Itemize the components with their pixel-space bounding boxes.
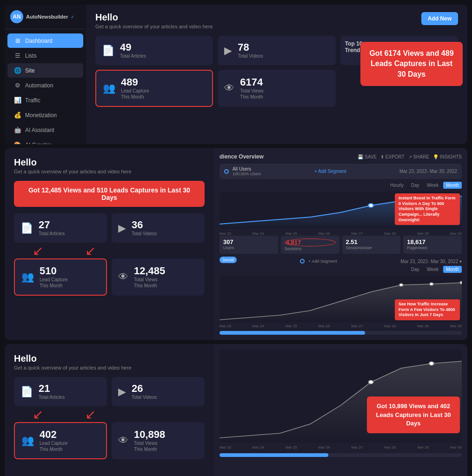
lead-capture-label: Lead Capture: [121, 88, 149, 93]
time-tabs: Hourly Day Week Month: [219, 182, 462, 189]
mini-stat-pv-label: Pageviews: [407, 245, 458, 250]
panel1-stats-grid: 📄 49 Total Articles ▶ 78 Total Videos: [95, 36, 458, 107]
panel3-progress: [219, 453, 462, 457]
add-new-button[interactable]: Add New: [421, 12, 458, 25]
panel2-lead-icon: 👥: [21, 271, 34, 283]
monetization-icon: 💰: [14, 112, 21, 119]
panel2-views-icon: 👁: [118, 271, 128, 283]
traffic-icon: 📊: [14, 97, 21, 104]
x-label-7: Mar 29: [417, 231, 429, 236]
tab-day[interactable]: Day: [408, 182, 422, 189]
share-btn[interactable]: ↗ SHARE: [408, 154, 429, 159]
segment-bar: All Users 100.00% Users + Add Segment Ma…: [219, 164, 462, 179]
mini-stat-su-value: 2.51: [346, 238, 397, 245]
segment-label: All Users: [233, 166, 261, 172]
p3x-2: Mar 24: [253, 445, 264, 450]
panel2-callout: Got 12,485 Views and 510 Leads Captures …: [14, 181, 205, 207]
mini-stat-users-label: Users: [223, 245, 274, 250]
tab-hourly[interactable]: Hourly: [387, 182, 406, 189]
arrow-left: ↙: [33, 245, 43, 258]
x2-5: Mar 27: [351, 324, 363, 328]
panel3-x-labels: Mar 23 Mar 24 Mar 25 Mar 26 Mar 27 Mar 2…: [219, 445, 462, 450]
panel1-subtitle: Get a quick overview of your articles an…: [95, 24, 213, 29]
chart-x-labels: Mar 23 Mar 24 Mar 25 Mar 26 Mar 27 Mar 2…: [219, 231, 462, 236]
lead-capture-icon: 👥: [103, 82, 115, 94]
panel1-title: Hello: [95, 12, 213, 23]
sidebar-item-traffic[interactable]: 📊 Traffic: [7, 93, 83, 107]
export-btn[interactable]: ⬆ EXPORT: [380, 154, 405, 159]
panel3-progress-fill: [219, 453, 328, 457]
p3x-7: Mar 29: [417, 445, 429, 450]
panel2-articles-value: 27: [39, 220, 65, 230]
lead-capture-value: 489: [121, 77, 149, 87]
sidebar-item-ai-graphic[interactable]: 🎨 AI Graphic: [7, 138, 83, 144]
panel1-header: Hello Get a quick overview of your artic…: [95, 12, 458, 29]
lead-capture-sublabel: This Month: [121, 94, 149, 99]
mini-stat-users-value: 307: [223, 238, 274, 245]
panel3-articles-label: Total Articles: [39, 395, 65, 400]
panel3-articles-icon: 📄: [20, 386, 33, 398]
panel3-right: Got 10,898 Views and 402 Leads Captures …: [214, 344, 467, 476]
add-segment-btn[interactable]: + Add Segment: [314, 169, 346, 174]
p3x-1: Mar 23: [219, 445, 231, 450]
panel3-left: Hello Get a quick overview of your artic…: [5, 344, 214, 476]
x-label-1: Mar 23: [219, 231, 231, 236]
tab2-week[interactable]: Week: [424, 266, 441, 273]
sidebar-label-dashboard: Dashboard: [25, 38, 53, 44]
panel2-articles-icon: 📄: [20, 222, 33, 234]
p3x-8: Mar 30: [450, 445, 462, 450]
sidebar-item-automation[interactable]: ⚙ Automation: [7, 78, 83, 93]
x2-1: Mar 23: [219, 324, 231, 328]
save-btn[interactable]: 💾 SAVE: [358, 154, 377, 159]
svg-point-5: [368, 380, 373, 384]
sidebar-label-lists: Lists: [25, 53, 37, 59]
insights-btn[interactable]: 💡 INSIGHTS: [433, 154, 462, 159]
p3x-5: Mar 27: [351, 445, 363, 450]
mini-stat-users: 307 Users: [219, 236, 278, 254]
panel2-lead-sublabel: This Month: [40, 283, 68, 288]
chart-area-2: See How Traffic Increase Form A Few Visi…: [219, 276, 462, 322]
site-icon: 🌐: [14, 67, 21, 74]
svg-point-3: [430, 283, 433, 285]
panel2-lead-value: 510: [40, 266, 68, 276]
segment-percent: 100.00% Users: [233, 172, 261, 176]
mini-stats-row: 307 Users 4,817 Sessions 2.51 Sessions/u…: [219, 236, 462, 254]
sidebar-item-ai-assistant[interactable]: 🤖 AI Assistant: [7, 123, 83, 137]
sidebar-item-monetization[interactable]: 💰 Monetization: [7, 108, 83, 122]
svg-point-2: [399, 284, 403, 286]
panel2-stat-views: 👁 12,485 Total Views This Month: [112, 258, 205, 296]
panel3-views-label: Total Views: [134, 441, 165, 446]
tab2-day[interactable]: Day: [408, 266, 422, 273]
panel-2: Hello Get a quick overview of your artic…: [5, 148, 467, 340]
chart-area-1: Instant Boost In Traffic Form 0 Visitors…: [219, 192, 462, 229]
stat-card-videos: ▶ 78 Total Videos: [218, 36, 335, 65]
tab2-month[interactable]: Month: [443, 266, 462, 273]
panel3-lead-label: Lead Capture: [40, 441, 68, 446]
total-views-sublabel: This Month: [240, 94, 263, 99]
x2-2: Mar 24: [253, 324, 264, 328]
analytics-title: dience Overview: [219, 153, 264, 160]
sidebar-item-dashboard[interactable]: ⊞ Dashboard: [7, 33, 83, 48]
dashboard-icon: ⊞: [14, 37, 21, 44]
panel1-title-area: Hello Get a quick overview of your artic…: [95, 12, 213, 29]
segment-users-2: + Add Segment: [300, 259, 337, 264]
segment-users: All Users 100.00% Users: [224, 166, 261, 176]
sidebar-item-site[interactable]: 🌐 Site: [7, 63, 83, 78]
progress-bar: [219, 331, 462, 335]
tab-week[interactable]: Week: [424, 182, 441, 189]
add-segment-2[interactable]: + Add Segment: [308, 259, 337, 264]
date-range: Mar 23, 2022- Mar 30, 2022: [399, 169, 457, 174]
panel-1: AN AutoNewsbuilder ✓ ⊞ Dashboard ☰ Lists…: [5, 5, 467, 144]
sidebar-nav: ⊞ Dashboard ☰ Lists 🌐 Site ⚙ Automation …: [5, 29, 86, 144]
panel3-title: Hello: [14, 353, 132, 364]
panel-3: Hello Get a quick overview of your artic…: [5, 344, 467, 476]
tab-month[interactable]: Month: [443, 182, 462, 189]
lead-capture-data: 489 Lead Capture This Month: [121, 77, 149, 99]
x-label-2: Mar 24: [253, 231, 264, 236]
panel1-main: Hello Get a quick overview of your artic…: [86, 5, 467, 144]
panel3-articles-value: 21: [39, 383, 65, 394]
panel3-stat-videos: ▶ 26 Total Videos: [112, 377, 205, 406]
app-name: AutoNewsbuilder: [26, 14, 68, 20]
sidebar-item-lists[interactable]: ☰ Lists: [7, 48, 83, 63]
mini-stat-sessions-user: 2.51 Sessions/user: [342, 236, 401, 254]
